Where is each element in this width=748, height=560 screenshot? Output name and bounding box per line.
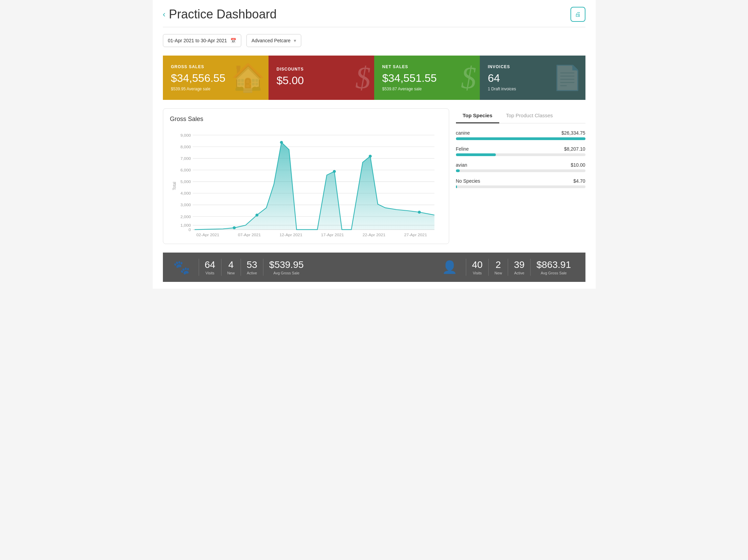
species-item-avian: avian $10.00 <box>456 162 585 172</box>
invoices-card: 📄 INVOICES 64 1 Draft invoices <box>480 56 585 100</box>
net-sales-card: $ NET SALES $34,551.55 $539.87 Average s… <box>374 56 480 100</box>
svg-text:4,000: 4,000 <box>180 191 191 196</box>
svg-text:6,000: 6,000 <box>180 168 191 172</box>
gross-sales-sub: $539.95 Average sale <box>171 87 260 91</box>
svg-text:22-Apr 2021: 22-Apr 2021 <box>362 232 385 237</box>
chevron-down-icon: ▾ <box>294 38 296 43</box>
species-bar-bg-avian <box>456 169 585 172</box>
gross-sales-chart: 9,000 8,000 7,000 6,000 5,000 4,000 3,00… <box>170 128 442 237</box>
footer-visits-right-label: Visits <box>473 271 482 275</box>
footer-stat-new-right: 2 New <box>490 259 506 275</box>
species-name-avian: avian <box>456 162 467 168</box>
footer-new-right-label: New <box>494 271 502 275</box>
species-panel: Top Species Top Product Classes canine $… <box>456 108 585 244</box>
print-button[interactable]: 🖨 <box>570 7 585 22</box>
discounts-label: DISCOUNTS <box>277 67 366 72</box>
page-container: ‹ Practice Dashboard 🖨 01-Apr 2021 to 30… <box>153 0 596 289</box>
footer-divider-5 <box>466 259 466 276</box>
data-point <box>280 141 283 144</box>
tab-top-product-classes[interactable]: Top Product Classes <box>499 108 560 123</box>
footer-avg-right-label: Avg Gross Sale <box>541 271 567 275</box>
paw-icon: 🐾 <box>173 259 190 275</box>
footer-divider-4 <box>263 259 263 276</box>
footer-new-right-value: 2 <box>495 259 501 270</box>
svg-text:27-Apr 2021: 27-Apr 2021 <box>404 232 427 237</box>
footer-divider-7 <box>508 259 508 276</box>
header-left: ‹ Practice Dashboard <box>163 7 277 21</box>
net-sales-sub: $539.87 Average sale <box>382 87 472 91</box>
species-row-no-species: No Species $4.70 <box>456 178 585 184</box>
footer-stat-visits-left: 64 Visits <box>201 259 219 275</box>
footer-active-left-label: Active <box>247 271 257 275</box>
footer-avg-left-value: $539.95 <box>269 259 304 270</box>
species-bar-bg-feline <box>456 153 585 156</box>
footer-stat-avg-right: $863.91 Avg Gross Sale <box>532 259 575 275</box>
species-bar-no-species <box>456 185 457 188</box>
species-bar-bg-canine <box>456 137 585 140</box>
footer-visits-right-value: 40 <box>472 259 483 270</box>
species-amount-no-species: $4.70 <box>573 178 585 184</box>
footer-active-left-value: 53 <box>247 259 257 270</box>
footer-active-right-value: 39 <box>514 259 524 270</box>
footer-visits-left-label: Visits <box>205 271 214 275</box>
date-range-filter[interactable]: 01-Apr 2021 to 30-Apr 2021 📅 <box>163 34 242 47</box>
footer-divider-6 <box>488 259 489 276</box>
svg-text:12-Apr 2021: 12-Apr 2021 <box>279 232 302 237</box>
footer-stat-visits-right: 40 Visits <box>468 259 487 275</box>
chart-title: Gross Sales <box>170 116 442 123</box>
page-title: Practice Dashboard <box>169 7 277 21</box>
footer-divider-2 <box>221 259 222 276</box>
footer-people-section: 👤 <box>435 260 464 274</box>
footer-divider-1 <box>199 259 199 276</box>
footer-bar: 🐾 64 Visits 4 New 53 Active $539.95 Avg … <box>163 253 585 282</box>
footer-stat-active-right: 39 Active <box>510 259 529 275</box>
header: ‹ Practice Dashboard 🖨 <box>163 7 585 27</box>
svg-text:02-Apr 2021: 02-Apr 2021 <box>196 232 219 237</box>
species-amount-avian: $10.00 <box>571 162 585 168</box>
gross-sales-card: 🏠 GROSS SALES $34,556.55 $539.95 Average… <box>163 56 269 100</box>
species-name-no-species: No Species <box>456 178 480 184</box>
summary-cards: 🏠 GROSS SALES $34,556.55 $539.95 Average… <box>163 56 585 100</box>
species-name-feline: Feline <box>456 146 469 152</box>
footer-stat-new-left: 4 New <box>223 259 239 275</box>
data-point <box>418 211 421 214</box>
person-icon: 👤 <box>442 260 457 274</box>
footer-new-left-value: 4 <box>228 259 234 270</box>
data-point <box>255 214 258 217</box>
species-name-canine: canine <box>456 130 470 136</box>
date-range-value: 01-Apr 2021 to 30-Apr 2021 <box>168 38 227 43</box>
svg-text:8,000: 8,000 <box>180 145 191 149</box>
practice-filter[interactable]: Advanced Petcare ▾ <box>246 34 301 47</box>
footer-avg-right-value: $863.91 <box>536 259 571 270</box>
calendar-icon: 📅 <box>230 38 236 43</box>
svg-text:5,000: 5,000 <box>180 179 191 184</box>
species-item-no-species: No Species $4.70 <box>456 178 585 188</box>
data-point <box>232 226 235 229</box>
tab-top-species[interactable]: Top Species <box>456 108 499 123</box>
footer-stat-avg-left: $539.95 Avg Gross Sale <box>265 259 308 275</box>
species-bar-feline <box>456 153 496 156</box>
species-row-canine: canine $26,334.75 <box>456 130 585 136</box>
footer-avg-left-label: Avg Gross Sale <box>273 271 299 275</box>
footer-divider-3 <box>241 259 241 276</box>
species-bar-avian <box>456 169 460 172</box>
main-content: Gross Sales 9,000 8,000 <box>163 108 585 244</box>
footer-active-right-label: Active <box>514 271 524 275</box>
svg-text:7,000: 7,000 <box>180 156 191 161</box>
footer-visits-left-value: 64 <box>205 259 215 270</box>
svg-text:3,000: 3,000 <box>180 203 191 208</box>
svg-text:0: 0 <box>188 227 191 232</box>
net-sales-label: NET SALES <box>382 64 472 69</box>
species-bar-canine <box>456 137 585 140</box>
data-point <box>333 170 336 173</box>
species-tabs: Top Species Top Product Classes <box>456 108 585 123</box>
footer-new-left-label: New <box>227 271 235 275</box>
back-arrow[interactable]: ‹ <box>163 10 166 19</box>
species-row-feline: Feline $8,207.10 <box>456 146 585 152</box>
chart-area: 9,000 8,000 7,000 6,000 5,000 4,000 3,00… <box>170 128 442 237</box>
data-point <box>368 155 371 158</box>
invoices-sub: 1 Draft invoices <box>488 87 577 91</box>
species-item-canine: canine $26,334.75 <box>456 130 585 140</box>
species-row-avian: avian $10.00 <box>456 162 585 168</box>
chart-card: Gross Sales 9,000 8,000 <box>163 108 449 244</box>
